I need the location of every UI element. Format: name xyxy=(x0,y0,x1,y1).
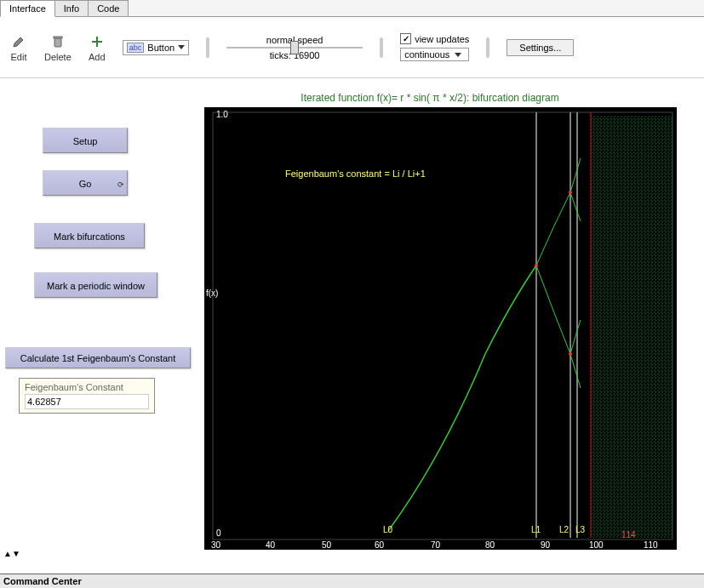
resize-arrows-icon[interactable]: ▲▼ xyxy=(3,549,20,558)
separator xyxy=(486,37,489,58)
workspace: Setup Go ⟳ Mark bifurcations Mark a peri… xyxy=(0,78,704,572)
svg-text:40: 40 xyxy=(266,540,276,550)
chaos-region xyxy=(591,116,673,538)
L3-label: L3 xyxy=(575,525,586,534)
dropdown-label: Button xyxy=(147,43,175,53)
select-value: continuous xyxy=(404,49,449,60)
tab-bar: Interface Info Code xyxy=(0,0,704,17)
command-center-bar[interactable]: Command Center xyxy=(0,574,704,588)
curve-upper1 xyxy=(536,192,570,265)
monitor-label: Feigenbaum's Constant xyxy=(25,382,149,392)
monitor-value: 4.62857 xyxy=(25,394,149,409)
curve-lower1 xyxy=(536,265,570,354)
L1-label: L1 xyxy=(531,525,541,534)
curve-main xyxy=(388,265,536,531)
pencil-icon xyxy=(10,33,27,50)
svg-text:80: 80 xyxy=(485,540,495,550)
svg-text:30: 30 xyxy=(211,540,221,550)
bif-dot-3 xyxy=(569,352,572,356)
go-button[interactable]: Go ⟳ xyxy=(43,170,128,196)
trash-icon xyxy=(49,33,66,50)
L2-label: L2 xyxy=(559,525,569,534)
plot-title: Iterated function f(x)= r * sin( π * x/2… xyxy=(179,92,681,104)
go-label: Go xyxy=(79,179,92,189)
delete-button[interactable]: Delete xyxy=(44,33,72,62)
tab-code[interactable]: Code xyxy=(88,0,129,16)
y-max-label: 1.0 xyxy=(216,110,228,119)
mark-bifurcations-button[interactable]: Mark bifurcations xyxy=(34,223,145,248)
view-updates-label: view updates xyxy=(415,34,469,44)
feigenbaum-monitor: Feigenbaum's Constant 4.62857 xyxy=(19,378,155,414)
svg-text:50: 50 xyxy=(322,540,332,550)
plot-canvas[interactable]: 1.0 0 f(x) Feigenbaum's constant = Li / … xyxy=(204,107,677,550)
plot-svg: 1.0 0 f(x) Feigenbaum's constant = Li / … xyxy=(204,107,677,550)
calc-feigenbaum-button[interactable]: Calculate 1st Feigenbaum's Constant xyxy=(5,347,191,368)
edit-label: Edit xyxy=(11,52,27,62)
curve-u1b xyxy=(570,192,581,221)
svg-text:90: 90 xyxy=(541,540,551,550)
slider-thumb[interactable] xyxy=(290,41,299,54)
toolbar: Edit Delete Add abc Button normal speed … xyxy=(0,17,704,78)
view-updates-checkbox[interactable] xyxy=(400,33,411,44)
y-axis-label: f(x) xyxy=(206,288,218,298)
setup-button[interactable]: Setup xyxy=(43,128,128,153)
tab-interface[interactable]: Interface xyxy=(0,0,55,17)
svg-text:100: 100 xyxy=(589,540,604,550)
x-axis-ticks: 30 40 50 60 70 80 90 100 110 xyxy=(211,540,658,550)
bif-dot-1 xyxy=(535,264,538,267)
svg-rect-2 xyxy=(591,116,673,538)
val-114: 114 xyxy=(621,530,636,539)
settings-button[interactable]: Settings... xyxy=(507,39,574,56)
tab-info[interactable]: Info xyxy=(54,0,89,16)
element-type-dropdown[interactable]: abc Button xyxy=(123,40,189,55)
add-button[interactable]: Add xyxy=(89,33,106,62)
plot-container: Iterated function f(x)= r * sin( π * x/2… xyxy=(179,92,681,567)
curve-l1a xyxy=(570,320,581,354)
svg-text:110: 110 xyxy=(644,540,658,550)
plus-icon xyxy=(89,33,106,50)
add-label: Add xyxy=(89,52,106,62)
chevron-down-icon xyxy=(178,45,185,49)
plot-annotation: Feigenbaum's constant = Li / Li+1 xyxy=(285,168,426,179)
separator xyxy=(380,37,383,58)
svg-rect-0 xyxy=(54,38,61,47)
abc-icon: abc xyxy=(127,43,145,53)
svg-text:70: 70 xyxy=(431,540,441,550)
svg-rect-1 xyxy=(54,37,62,38)
curve-l1b xyxy=(570,354,581,388)
bif-dot-2 xyxy=(569,191,572,194)
y-min-label: 0 xyxy=(216,528,221,538)
view-updates-row: view updates xyxy=(400,33,469,44)
plot-area: 1.0 0 f(x) Feigenbaum's constant = Li / … xyxy=(179,107,677,567)
speed-slider[interactable] xyxy=(226,47,363,49)
L0-label: L0 xyxy=(383,525,393,534)
separator xyxy=(206,37,209,58)
delete-label: Delete xyxy=(44,52,72,62)
curve-u1a xyxy=(570,158,581,192)
chevron-down-icon xyxy=(455,53,461,57)
update-mode-select[interactable]: continuous xyxy=(400,48,469,61)
mark-periodic-button[interactable]: Mark a periodic window xyxy=(34,272,157,298)
edit-button[interactable]: Edit xyxy=(10,33,27,62)
speed-section: normal speed ticks: 16900 xyxy=(226,35,363,60)
view-section: view updates continuous xyxy=(400,33,469,61)
refresh-icon: ⟳ xyxy=(117,177,124,192)
svg-text:60: 60 xyxy=(375,540,385,550)
